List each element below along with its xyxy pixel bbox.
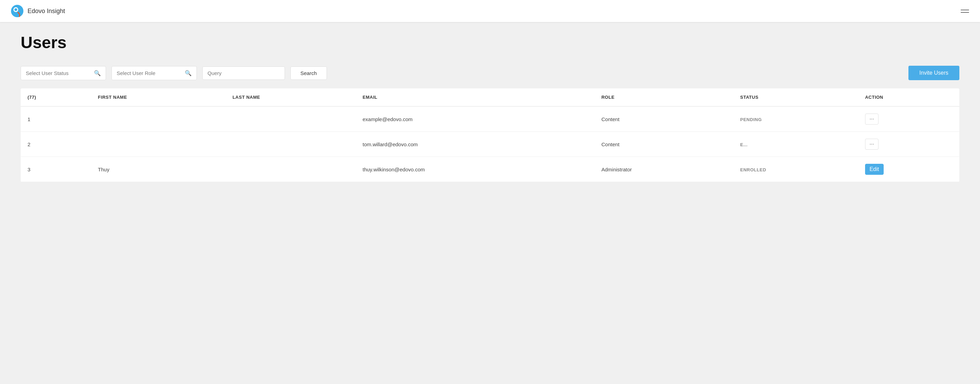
app-title: Edovo Insight: [27, 8, 65, 15]
row-email: tom.willard@edovo.com: [356, 132, 595, 157]
col-email: EMAIL: [356, 88, 595, 106]
invite-users-button[interactable]: Invite Users: [908, 66, 959, 80]
row-last-name: [226, 106, 356, 132]
col-role: ROLE: [595, 88, 733, 106]
col-last-name: LAST NAME: [226, 88, 356, 106]
row-status: E...: [733, 132, 858, 157]
row-index: 3: [21, 157, 91, 182]
col-count: (77): [21, 88, 91, 106]
col-first-name: FIRST NAME: [91, 88, 226, 106]
search-button[interactable]: Search: [290, 66, 327, 80]
table-header-row: (77) FIRST NAME LAST NAME EMAIL ROLE STA…: [21, 88, 959, 106]
app-header: Edovo Insight: [0, 0, 980, 22]
status-filter-input[interactable]: [26, 70, 91, 76]
role-filter[interactable]: 🔍: [111, 66, 197, 80]
users-table-container: (77) FIRST NAME LAST NAME EMAIL ROLE STA…: [21, 88, 959, 182]
page-content: Users 🔍 🔍 Search Invite Users (77) FIRST…: [0, 22, 980, 193]
hamburger-menu[interactable]: [961, 10, 969, 13]
row-index: 2: [21, 132, 91, 157]
users-table: (77) FIRST NAME LAST NAME EMAIL ROLE STA…: [21, 88, 959, 182]
table-row: 3 Thuy thuy.wilkinson@edovo.com Administ…: [21, 157, 959, 182]
col-action: ACTION: [858, 88, 959, 106]
header-left: Edovo Insight: [11, 5, 65, 17]
table-row: 2 tom.willard@edovo.com Content E... ···: [21, 132, 959, 157]
row-index: 1: [21, 106, 91, 132]
filter-bar: 🔍 🔍 Search Invite Users: [21, 66, 959, 80]
row-email: thuy.wilkinson@edovo.com: [356, 157, 595, 182]
row-last-name: [226, 157, 356, 182]
row-action: ···: [858, 106, 959, 132]
status-search-icon: 🔍: [94, 70, 101, 76]
row-role: Administrator: [595, 157, 733, 182]
row-role: Content: [595, 106, 733, 132]
query-input[interactable]: [202, 66, 285, 80]
row-status: ENROLLED: [733, 157, 858, 182]
action-menu-button-2[interactable]: ···: [865, 139, 878, 150]
role-search-icon: 🔍: [185, 70, 192, 76]
row-action: Edit: [858, 157, 959, 182]
row-status: PENDING: [733, 106, 858, 132]
row-first-name: Thuy: [91, 157, 226, 182]
status-filter[interactable]: 🔍: [21, 66, 106, 80]
table-row: 1 example@edovo.com Content PENDING ···: [21, 106, 959, 132]
page-title: Users: [21, 33, 959, 52]
row-role: Content: [595, 132, 733, 157]
row-action: ···: [858, 132, 959, 157]
row-first-name: [91, 106, 226, 132]
svg-point-2: [14, 8, 17, 11]
action-menu-button[interactable]: ···: [865, 113, 878, 124]
role-filter-input[interactable]: [117, 70, 182, 76]
row-email: example@edovo.com: [356, 106, 595, 132]
row-last-name: [226, 132, 356, 157]
edovo-logo: [11, 5, 24, 17]
col-status: STATUS: [733, 88, 858, 106]
action-menu-button-3[interactable]: Edit: [865, 164, 884, 175]
row-first-name: [91, 132, 226, 157]
